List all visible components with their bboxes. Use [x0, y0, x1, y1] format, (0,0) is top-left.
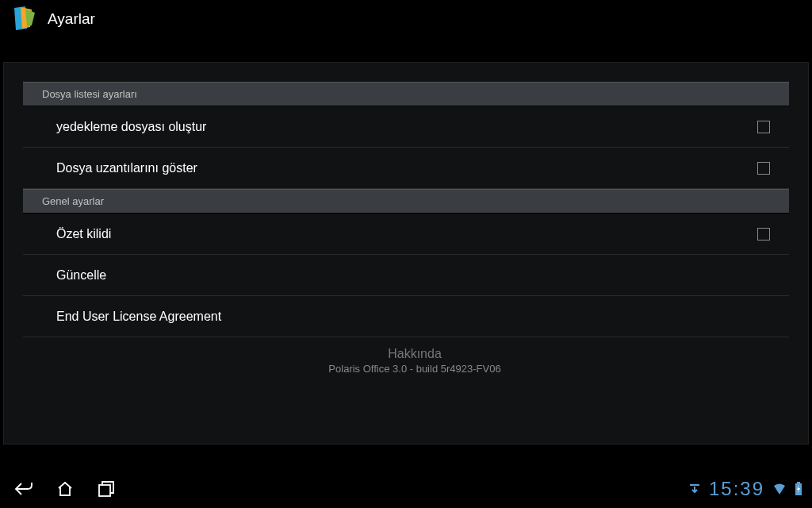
settings-panel: Dosya listesi ayarları yedekleme dosyası… — [3, 62, 809, 444]
system-navbar: 15:39 — [0, 470, 812, 508]
download-indicator-icon — [688, 483, 701, 495]
app-logo-icon — [10, 5, 38, 33]
section-header-general: Genel ayarlar — [23, 189, 789, 214]
wifi-icon — [772, 483, 787, 495]
setting-label: Hakkında — [388, 347, 442, 361]
recent-apps-icon[interactable] — [95, 478, 117, 500]
nav-buttons-left — [6, 478, 117, 500]
setting-label: End User License Agreement — [56, 310, 221, 324]
home-icon[interactable] — [54, 478, 76, 500]
setting-create-backup[interactable]: yedekleme dosyası oluştur — [23, 106, 789, 148]
setting-label: Dosya uzantılarını göster — [56, 161, 197, 175]
setting-update[interactable]: Güncelle — [23, 255, 789, 296]
setting-summary-lock[interactable]: Özet kilidi — [23, 214, 789, 255]
page-title: Ayarlar — [48, 10, 95, 28]
checkbox-summary-lock[interactable] — [757, 228, 770, 241]
status-bar-right[interactable]: 15:39 — [688, 478, 806, 500]
setting-eula[interactable]: End User License Agreement — [23, 296, 789, 337]
settings-list: Dosya listesi ayarları yedekleme dosyası… — [4, 63, 808, 389]
setting-label: Özet kilidi — [56, 227, 111, 241]
checkbox-backup[interactable] — [757, 121, 770, 133]
svg-rect-5 — [797, 482, 800, 483]
back-icon[interactable] — [13, 478, 35, 500]
setting-label: yedekleme dosyası oluştur — [56, 120, 206, 134]
svg-rect-3 — [99, 485, 110, 496]
setting-show-extensions[interactable]: Dosya uzantılarını göster — [23, 148, 789, 189]
clock: 15:39 — [709, 478, 764, 500]
app-header: Ayarlar — [0, 0, 812, 38]
section-header-file-list: Dosya listesi ayarları — [23, 82, 789, 106]
setting-about: Hakkında Polaris Office 3.0 - build 5r49… — [23, 337, 789, 389]
setting-label: Güncelle — [56, 268, 106, 283]
svg-rect-4 — [690, 484, 699, 486]
setting-sublabel: Polaris Office 3.0 - build 5r4923-FV06 — [328, 363, 500, 375]
battery-icon — [795, 482, 802, 496]
svg-marker-2 — [25, 9, 35, 27]
checkbox-extensions[interactable] — [757, 162, 770, 175]
